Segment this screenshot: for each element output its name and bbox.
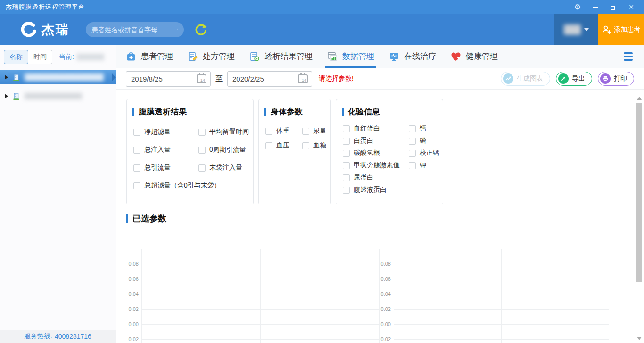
panel-dialysis-results: 腹膜透析结果 净超滤量 总注入量 总引流量 总超滤量（含0引与末袋） 平均留置时… — [126, 99, 254, 204]
scroll-up-arrow-icon[interactable] — [637, 97, 642, 100]
checkbox-row: 钙 — [409, 124, 439, 133]
close-button[interactable]: × — [622, 0, 640, 14]
checkbox-row: 甲状旁腺激素值 — [343, 161, 400, 170]
checkbox-potassium[interactable] — [409, 162, 416, 169]
checkbox-row: 碳酸氢根 — [343, 148, 400, 158]
sort-by-name-tab[interactable]: 名称 — [4, 50, 28, 64]
checkbox-parathyroid-hormone[interactable] — [343, 162, 350, 169]
checkbox-blood-pressure[interactable] — [265, 142, 272, 149]
checkbox-row: 末袋注入量 — [198, 163, 249, 173]
checkbox-row: 体重 — [265, 126, 289, 136]
y-tick: -0.02 — [375, 336, 391, 342]
tab-prescription-management[interactable]: 处方管理 — [187, 45, 235, 68]
panel-title: 身体参数 — [271, 106, 303, 117]
restore-icon — [611, 5, 616, 10]
selected-parameters-heading: 已选参数 — [126, 213, 166, 224]
panel-title: 化验信息 — [348, 106, 380, 117]
sidebar-sort-controls: 名称 时间 当前: — [0, 45, 116, 68]
checkbox-urine-volume[interactable] — [302, 128, 309, 135]
online-treatment-icon — [388, 51, 400, 62]
sort-by-time-tab[interactable]: 时间 — [28, 50, 52, 64]
app-header: 杰瑞 添加患者 — [0, 14, 644, 45]
checkbox-last-bag-infusion[interactable] — [198, 164, 206, 172]
checkbox-row: 尿量 — [302, 126, 326, 136]
checkbox-calcium[interactable] — [409, 125, 416, 132]
checkbox-blood-glucose[interactable] — [302, 142, 309, 149]
checkbox-net-ultrafiltration[interactable] — [133, 129, 140, 136]
chevron-down-icon — [584, 28, 589, 31]
y-tick: 0.00 — [123, 321, 139, 327]
trend-arrow-icon — [503, 74, 513, 84]
health-heart-icon — [450, 51, 462, 62]
expand-arrow-icon[interactable] — [5, 94, 8, 98]
date-from-field[interactable]: 2019/8/25 14 — [126, 71, 211, 87]
module-navbar: 患者管理 处方管理 — [116, 45, 644, 68]
generate-chart-button[interactable]: 生成图表 — [501, 72, 550, 86]
tab-online-treatment[interactable]: 在线治疗 — [388, 45, 436, 68]
tab-health-management[interactable]: 健康管理 — [450, 45, 498, 68]
checkbox-row: 血红蛋白 — [343, 124, 400, 133]
y-tick: -0.02 — [123, 336, 139, 342]
export-button[interactable]: 导出 — [556, 72, 592, 86]
tab-dialysis-result-management[interactable]: 透析结果管理 — [249, 45, 313, 68]
checkbox-row: 磷 — [409, 136, 439, 146]
add-patient-button[interactable]: 添加患者 — [598, 14, 644, 45]
vertical-scrollbar — [636, 94, 643, 343]
checkbox-row: 血压 — [265, 140, 289, 151]
minimize-button[interactable] — [586, 0, 604, 14]
brand-name: 杰瑞 — [41, 21, 70, 38]
scrollbar-thumb[interactable] — [636, 103, 642, 282]
y-tick: 0.08 — [123, 261, 139, 267]
add-person-icon — [602, 24, 612, 35]
settings-gear-icon[interactable]: ⚙ — [569, 0, 586, 14]
checkbox-phosphorus[interactable] — [409, 138, 416, 145]
y-tick: 0.02 — [123, 306, 139, 312]
checkbox-row: 腹透液蛋白 — [343, 185, 400, 195]
tab-data-management[interactable]: 数据管理 — [327, 45, 374, 68]
calendar-icon[interactable]: 14 — [197, 74, 206, 83]
panel-title: 腹膜透析结果 — [139, 106, 187, 117]
user-account-menu[interactable] — [554, 14, 598, 45]
checkbox-urine-protein[interactable] — [343, 174, 350, 181]
app-logo: 杰瑞 — [19, 20, 70, 39]
tab-patient-management[interactable]: 患者管理 — [125, 45, 173, 68]
search-input[interactable] — [91, 26, 177, 33]
checkbox-weight[interactable] — [265, 128, 272, 135]
checkbox-total-infusion[interactable] — [133, 147, 140, 154]
checkbox-dialysate-protein[interactable] — [343, 187, 350, 194]
calendar-icon[interactable]: 14 — [298, 74, 308, 83]
checkbox-corrected-calcium[interactable] — [409, 150, 416, 157]
restore-button[interactable] — [604, 0, 622, 14]
y-tick: 0.04 — [375, 291, 391, 297]
scroll-down-arrow-icon[interactable] — [637, 337, 642, 340]
checkbox-cycle0-drainage[interactable] — [198, 147, 206, 154]
checkbox-total-ultrafiltration[interactable] — [133, 182, 140, 189]
data-management-content: 腹膜透析结果 净超滤量 总注入量 总引流量 总超滤量（含0引与末袋） 平均留置时… — [116, 90, 644, 343]
tree-item-hospital[interactable] — [0, 89, 116, 103]
y-tick: 0.02 — [375, 306, 391, 312]
checkbox-hemoglobin[interactable] — [343, 125, 350, 132]
checkbox-avg-dwell-time[interactable] — [198, 129, 206, 136]
accent-bar — [342, 108, 344, 116]
checkbox-total-drainage[interactable] — [133, 164, 140, 172]
user-name-redacted — [564, 24, 581, 35]
tree-item-hospital-selected[interactable] — [0, 70, 116, 84]
refresh-icon[interactable] — [194, 23, 207, 36]
print-button[interactable]: 打印 — [598, 72, 634, 86]
checkbox-row: 校正钙 — [409, 148, 439, 158]
current-patient: 当前: — [59, 53, 104, 61]
hotline-label: 服务热线: — [24, 332, 52, 341]
logo-swirl-icon — [19, 20, 38, 39]
checkbox-bicarbonate[interactable] — [343, 150, 350, 157]
tree-item-label-redacted — [25, 93, 82, 99]
checkbox-row: 尿蛋白 — [343, 173, 400, 182]
checkbox-albumin[interactable] — [343, 138, 350, 145]
date-range-to-label: 至 — [215, 74, 223, 83]
expand-arrow-icon[interactable] — [5, 75, 8, 80]
checkbox-row: 白蛋白 — [343, 136, 400, 146]
date-to-field[interactable]: 2020/2/25 14 — [227, 71, 312, 87]
y-tick: 0.08 — [375, 261, 391, 267]
y-tick: 0.06 — [375, 276, 391, 282]
search-icon[interactable] — [177, 25, 178, 34]
hamburger-menu-icon[interactable] — [622, 50, 635, 63]
